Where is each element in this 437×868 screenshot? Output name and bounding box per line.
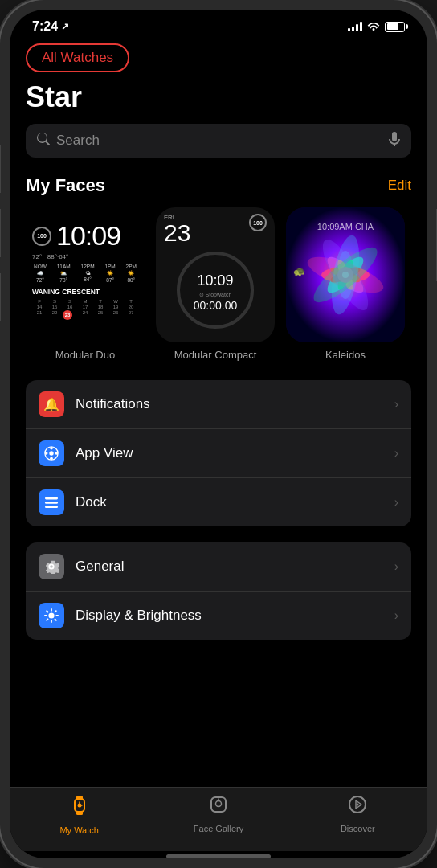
face-modular-compact-label: Modular Compact — [174, 349, 257, 361]
microphone-icon[interactable] — [389, 132, 400, 149]
svg-rect-30 — [45, 506, 58, 508]
settings-section-2: General › — [26, 542, 411, 640]
tab-face-gallery[interactable]: Face Gallery — [149, 794, 288, 835]
general-row[interactable]: General › — [26, 542, 411, 591]
svg-text:⊙ Stopwatch: ⊙ Stopwatch — [199, 292, 232, 298]
notifications-icon: 🔔 — [39, 391, 64, 417]
app-view-row[interactable]: App View › — [26, 428, 411, 477]
dock-icon — [39, 489, 64, 515]
page-title: Star — [26, 80, 411, 114]
volume-up-button[interactable] — [0, 209, 1, 257]
search-input[interactable]: Search — [56, 133, 382, 149]
edit-button[interactable]: Edit — [388, 178, 411, 194]
svg-line-37 — [55, 620, 56, 620]
svg-line-38 — [47, 620, 47, 620]
my-watch-icon — [68, 794, 91, 822]
svg-point-31 — [48, 612, 54, 618]
general-icon — [39, 554, 64, 579]
notch — [170, 19, 267, 42]
notifications-chevron-icon: › — [394, 397, 398, 411]
notifications-label: Notifications — [76, 396, 394, 412]
app-view-icon — [39, 440, 64, 466]
face-kaleidoscope-label: Kaleidos — [325, 349, 366, 361]
svg-point-51 — [357, 804, 359, 806]
svg-point-25 — [50, 457, 53, 461]
svg-rect-29 — [45, 502, 58, 504]
display-brightness-row[interactable]: Display & Brightness › — [26, 591, 411, 640]
svg-rect-28 — [45, 497, 58, 500]
mute-button[interactable] — [0, 145, 1, 193]
app-view-chevron-icon: › — [394, 446, 398, 461]
discover-tab-label: Discover — [341, 824, 375, 833]
tab-discover[interactable]: Discover — [288, 794, 427, 835]
phone-frame: 7:24 ↗ — [0, 0, 437, 868]
volume-down-button[interactable] — [0, 273, 1, 321]
location-arrow-icon: ↗ — [61, 21, 69, 32]
home-indicator[interactable] — [166, 854, 271, 858]
phone-screen: 7:24 ↗ — [10, 10, 427, 858]
svg-text:10:09: 10:09 — [197, 272, 233, 289]
all-watches-button[interactable]: All Watches — [26, 43, 129, 72]
face-gallery-icon — [208, 794, 229, 821]
svg-text:00:00.00: 00:00.00 — [194, 299, 238, 312]
svg-point-26 — [45, 452, 48, 455]
tab-my-watch[interactable]: My Watch — [10, 794, 149, 835]
wifi-icon — [367, 21, 380, 33]
display-brightness-label: Display & Brightness — [76, 608, 394, 624]
svg-text:10:09AM CHA: 10:09AM CHA — [317, 222, 374, 231]
scroll-content[interactable]: All Watches Star Search — [10, 37, 427, 787]
battery-icon — [385, 22, 405, 32]
face-modular-duo[interactable]: 100 10:09 72° 88°·64° — [26, 207, 145, 361]
general-label: General — [76, 559, 394, 575]
tab-bar: My Watch Face Gallery — [10, 787, 427, 851]
dock-chevron-icon: › — [394, 495, 398, 510]
settings-section-1: 🔔 Notifications › — [26, 380, 411, 526]
display-brightness-icon — [39, 603, 64, 628]
dock-row[interactable]: Dock › — [26, 477, 411, 526]
svg-point-27 — [55, 452, 59, 455]
kaleidoscope-svg: 10:09AM CHA 🐢 — [286, 207, 405, 342]
svg-rect-41 — [76, 796, 83, 800]
display-brightness-chevron-icon: › — [394, 608, 398, 623]
general-chevron-icon: › — [394, 559, 398, 574]
dock-label: Dock — [76, 494, 394, 510]
gauge-svg: 10:09 ⊙ Stopwatch 00:00.00 — [172, 247, 259, 334]
face-modular-compact[interactable]: FRI 23 100 — [156, 207, 275, 361]
status-icons — [348, 21, 405, 33]
discover-icon — [347, 794, 368, 821]
svg-line-39 — [55, 611, 56, 612]
app-view-label: App View — [76, 445, 394, 461]
watch-faces-list[interactable]: 100 10:09 72° 88°·64° — [26, 207, 411, 364]
svg-text:🐢: 🐢 — [293, 265, 305, 277]
svg-line-36 — [47, 611, 47, 612]
face-kaleidoscope[interactable]: 10:09AM CHA 🐢 Kaleidos — [286, 207, 405, 361]
signal-bars-icon — [348, 22, 362, 31]
time-display: 7:24 — [32, 19, 58, 34]
my-faces-title: My Faces — [26, 175, 105, 196]
face-gallery-tab-label: Face Gallery — [194, 824, 243, 833]
svg-rect-42 — [76, 811, 83, 815]
search-bar[interactable]: Search — [26, 124, 411, 158]
svg-point-23 — [49, 451, 53, 455]
svg-point-0 — [178, 253, 252, 327]
my-watch-tab-label: My Watch — [59, 825, 99, 835]
search-icon — [37, 133, 50, 149]
face-modular-duo-label: Modular Duo — [55, 349, 115, 361]
svg-point-24 — [50, 447, 53, 450]
svg-point-47 — [215, 801, 221, 807]
my-faces-section-header: My Faces Edit — [26, 175, 411, 196]
notifications-row[interactable]: 🔔 Notifications › — [26, 380, 411, 428]
